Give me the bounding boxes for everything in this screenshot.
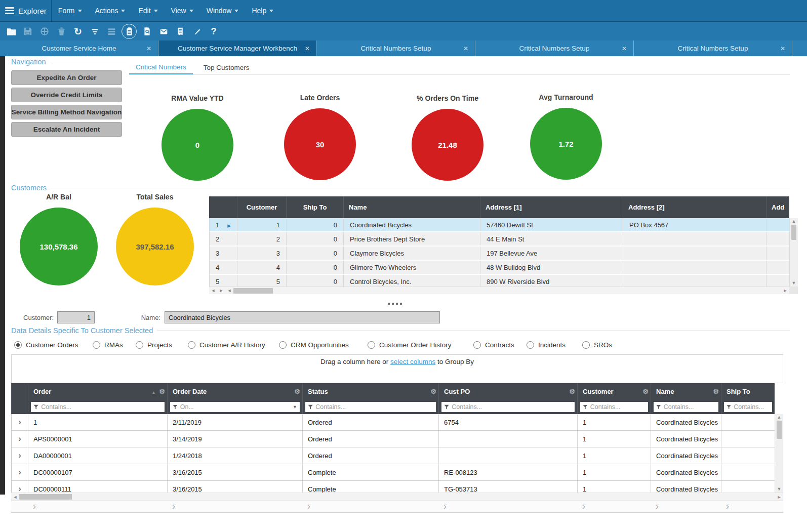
tab-critical-numbers-setup-1[interactable]: Critical Numbers Setup <box>317 40 475 56</box>
escalate-an-incident-button[interactable]: Escalate An Incident <box>11 122 122 137</box>
orders-grid-hscrollbar[interactable]: ◄ ► <box>11 493 783 501</box>
row-number-header[interactable] <box>209 196 237 218</box>
help-icon[interactable] <box>207 24 220 38</box>
summary-sigma[interactable]: Σ <box>302 501 438 512</box>
table-row[interactable]: DC00000107 3/16/2015 Complete RE-008123 … <box>12 464 775 481</box>
filter-status[interactable] <box>305 402 436 412</box>
refresh-icon[interactable] <box>71 24 85 38</box>
column-header-order[interactable]: Order <box>28 383 167 400</box>
customer-field[interactable] <box>57 311 95 323</box>
column-options-gear-icon[interactable] <box>430 388 436 395</box>
list-view-icon[interactable] <box>105 24 118 38</box>
column-header-address3[interactable]: Add <box>766 196 789 218</box>
invoice-icon[interactable] <box>174 24 187 38</box>
brush-icon[interactable] <box>190 24 204 38</box>
clipboard-icon[interactable] <box>122 24 137 39</box>
filter-name[interactable] <box>654 402 718 412</box>
table-row[interactable]: 1 2/11/2019 Ordered 6754 1 Coordinated B… <box>12 414 775 431</box>
summary-sigma[interactable]: Σ <box>438 501 577 512</box>
summary-sigma[interactable]: Σ <box>167 501 302 512</box>
summary-sigma[interactable]: Σ <box>577 501 651 512</box>
dropdown-caret-icon[interactable]: ▼ <box>293 404 297 410</box>
column-header-ship-to[interactable]: Ship To <box>721 383 775 400</box>
radio-contracts[interactable]: Contracts <box>473 341 514 349</box>
tab-customer-service-manager-workbench[interactable]: Customer Service Manager Workbench <box>158 40 317 56</box>
customers-grid-hscrollbar[interactable]: ◄ ► ◄ ► <box>209 287 789 294</box>
orders-grid-vscrollbar[interactable]: ▲ ▼ <box>775 414 783 493</box>
column-header-name[interactable]: Name <box>343 196 480 218</box>
column-options-gear-icon[interactable] <box>159 388 165 395</box>
radio-customer-ar-history[interactable]: Customer A/R History <box>188 341 265 349</box>
scroll-right-icon[interactable]: ► <box>775 495 783 500</box>
table-row[interactable]: 5 5 0 Control Bicycles, Inc. 890 W River… <box>210 275 789 287</box>
scroll-left-icon[interactable]: ◄ <box>209 288 217 293</box>
menu-view[interactable]: View <box>165 0 200 21</box>
filter-order-date[interactable]: ▼ <box>170 402 300 412</box>
target-icon[interactable] <box>38 24 51 38</box>
summary-sigma[interactable]: Σ <box>28 501 167 512</box>
splitter-handle[interactable] <box>388 303 402 305</box>
save-icon[interactable] <box>21 24 34 38</box>
close-icon[interactable] <box>146 45 151 52</box>
delete-trash-icon[interactable] <box>55 24 68 38</box>
open-folder-icon[interactable] <box>5 24 18 38</box>
close-icon[interactable] <box>622 45 627 52</box>
column-header-order-date[interactable]: Order Date <box>167 383 302 400</box>
column-header-name[interactable]: Name <box>651 383 721 400</box>
radio-incidents[interactable]: Incidents <box>527 341 566 349</box>
radio-customer-orders[interactable]: Customer Orders <box>14 341 78 349</box>
column-options-gear-icon[interactable] <box>569 388 575 395</box>
scroll-right-icon[interactable]: ► <box>217 288 225 293</box>
scroll-down-icon[interactable]: ▼ <box>777 486 782 493</box>
column-header-customer[interactable]: Customer <box>577 383 651 400</box>
table-row[interactable]: 1 1 0 Coordinated Bicycles 57460 Dewitt … <box>210 218 789 232</box>
column-header-customer[interactable]: Customer <box>237 196 286 218</box>
subtab-critical-numbers[interactable]: Critical Numbers <box>129 61 193 74</box>
scrollbar-thumb[interactable] <box>19 494 72 500</box>
customers-grid-vscrollbar[interactable]: ▲ ▼ <box>789 218 798 287</box>
scroll-up-icon[interactable]: ▲ <box>777 414 782 421</box>
document-search-icon[interactable] <box>140 24 153 38</box>
radio-customer-order-history[interactable]: Customer Order History <box>368 341 452 349</box>
close-icon[interactable] <box>780 45 785 52</box>
radio-projects[interactable]: Projects <box>136 341 172 349</box>
scroll-up-icon[interactable]: ▲ <box>792 218 796 225</box>
table-row[interactable]: 2 2 0 Price Brothers Dept Store 44 E Mai… <box>210 232 789 247</box>
scrollbar-thumb[interactable] <box>791 225 796 240</box>
expand-row-button[interactable] <box>12 464 28 480</box>
filter-ship-to[interactable] <box>724 402 772 412</box>
select-columns-link[interactable]: select columns <box>390 358 435 365</box>
table-row[interactable]: APS0000001 3/14/2019 Ordered 1 Coordinat… <box>12 431 775 447</box>
menu-window[interactable]: Window <box>200 0 246 21</box>
column-header-cust-po[interactable]: Cust PO <box>438 383 577 400</box>
column-header-address1[interactable]: Address [1] <box>480 196 623 218</box>
filter-customer[interactable] <box>580 402 648 412</box>
scroll-left-icon[interactable]: ◄ <box>225 288 233 293</box>
summary-sigma[interactable]: Σ <box>721 501 775 512</box>
table-row[interactable]: DA00000001 1/24/2018 Ordered 1 Coordinat… <box>12 447 775 464</box>
column-header-ship-to[interactable]: Ship To <box>286 196 343 218</box>
expand-row-button[interactable] <box>12 481 28 493</box>
menu-help[interactable]: Help <box>245 0 280 21</box>
scrollbar-thumb[interactable] <box>233 288 273 294</box>
subtab-top-customers[interactable]: Top Customers <box>197 61 256 74</box>
filter-order[interactable] <box>31 402 165 412</box>
expand-row-button[interactable] <box>12 414 28 430</box>
scroll-left-icon[interactable]: ◄ <box>11 495 19 500</box>
expand-row-button[interactable] <box>12 431 28 447</box>
hamburger-icon[interactable] <box>5 7 14 14</box>
scrollbar-thumb[interactable] <box>777 421 782 439</box>
group-by-dropzone[interactable]: Drag a column here or select columns to … <box>11 354 783 383</box>
tab-critical-numbers-setup-3[interactable]: Critical Numbers Setup <box>634 40 792 56</box>
name-field[interactable] <box>165 311 440 323</box>
tab-customer-service-home[interactable]: Customer Service Home <box>0 40 158 56</box>
radio-rmas[interactable]: RMAs <box>93 341 123 349</box>
tab-critical-numbers-setup-2[interactable]: Critical Numbers Setup <box>475 40 634 56</box>
table-row[interactable]: 4 4 0 Gilmore Two Wheelers 48 W Bulldog … <box>210 261 789 275</box>
explorer-menu[interactable]: Explorer <box>18 7 47 15</box>
radio-sros[interactable]: SROs <box>582 341 612 349</box>
email-envelope-icon[interactable] <box>157 24 170 38</box>
close-icon[interactable] <box>463 45 468 52</box>
close-icon[interactable] <box>305 45 310 52</box>
column-header-status[interactable]: Status <box>302 383 438 400</box>
